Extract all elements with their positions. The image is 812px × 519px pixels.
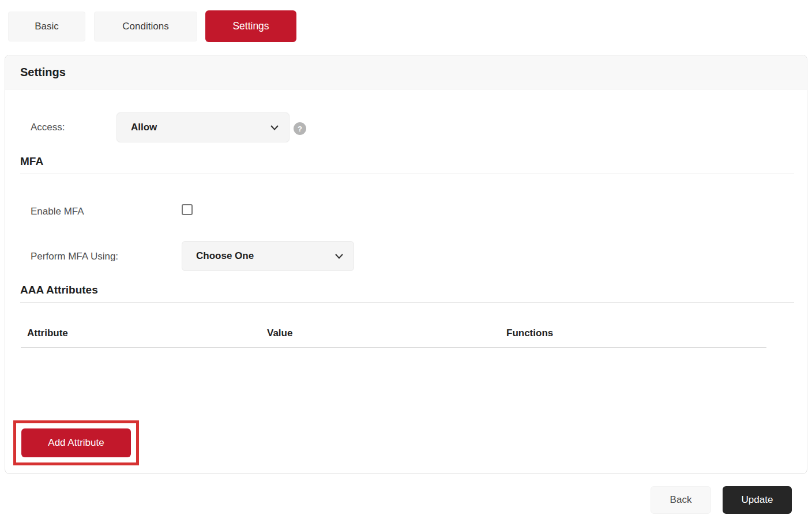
tab-conditions-label: Conditions <box>122 21 168 32</box>
add-attribute-highlight: Add Attribute <box>13 420 139 465</box>
perform-mfa-select-value: Choose One <box>196 250 335 262</box>
tab-basic-label: Basic <box>35 21 59 32</box>
perform-mfa-select[interactable]: Choose One <box>182 241 354 271</box>
tab-conditions[interactable]: Conditions <box>94 12 197 42</box>
access-label: Access: <box>31 122 65 133</box>
column-header-attribute: Attribute <box>21 328 261 339</box>
mfa-heading: MFA <box>20 155 43 168</box>
panel-title: Settings <box>20 66 66 79</box>
chevron-down-icon <box>270 125 279 130</box>
settings-panel: Settings Access: Allow ? MFA Enable MFA … <box>5 55 807 474</box>
tab-settings[interactable]: Settings <box>205 10 296 42</box>
access-select-value: Allow <box>131 122 270 133</box>
tab-basic[interactable]: Basic <box>8 12 85 42</box>
panel-header: Settings <box>5 55 807 89</box>
aaa-divider <box>20 302 794 303</box>
perform-mfa-label: Perform MFA Using: <box>31 251 118 262</box>
enable-mfa-checkbox[interactable] <box>182 204 193 215</box>
access-select[interactable]: Allow <box>116 112 290 142</box>
add-attribute-button[interactable]: Add Attribute <box>21 428 131 457</box>
column-header-functions: Functions <box>500 328 766 339</box>
aaa-attributes-heading: AAA Attributes <box>20 284 98 296</box>
enable-mfa-label: Enable MFA <box>31 206 84 217</box>
tab-settings-label: Settings <box>232 20 269 32</box>
back-button[interactable]: Back <box>651 486 711 514</box>
help-icon[interactable]: ? <box>294 122 306 135</box>
chevron-down-icon <box>335 254 343 259</box>
mfa-divider <box>20 174 794 174</box>
update-button[interactable]: Update <box>723 486 792 514</box>
help-icon-glyph: ? <box>298 125 302 133</box>
aaa-attributes-table-header: Attribute Value Functions <box>21 319 766 348</box>
column-header-value: Value <box>261 328 500 339</box>
